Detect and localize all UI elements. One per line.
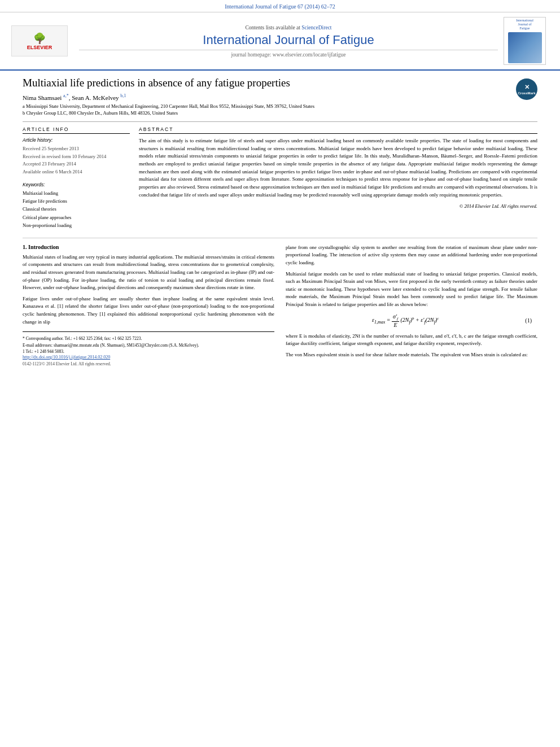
journal-title: International Journal of Fatigue [79, 33, 498, 47]
footnote-emails: E-mail addresses: shamsaei@me.msstate.ed… [23, 342, 274, 348]
header-divider [23, 121, 537, 122]
affiliation-a: a Mississippi State University, Departme… [23, 103, 537, 110]
copyright-notice: © 2014 Elsevier Ltd. All rights reserved… [139, 203, 537, 209]
intro-right-paragraph-3: where E is modulus of elasticity, 2Nf is… [286, 333, 537, 348]
intro-right-paragraph-2: Multiaxial fatigue models can be used to… [286, 270, 537, 309]
equation-1-text: ε1,max = σ'f E (2Nf)b + ε'f(2Nf)c [372, 317, 439, 323]
abstract-heading: ABSTRACT [139, 126, 537, 134]
authors-line: Nima Shamsaei a,*, Sean A. McKelvey b,1 [23, 94, 537, 102]
elsevier-wordmark: ELSEVIER [27, 45, 53, 50]
intro-right-text-2: where E is modulus of elasticity, 2Nf is… [286, 333, 537, 359]
journal-reference-text: International Journal of Fatigue 67 (201… [225, 3, 335, 10]
cover-image-box: InternationalJournal ofFatigue [504, 17, 546, 65]
crossmark-badge: ✕ CrossMark [516, 78, 537, 100]
intro-right-text: plane from one crystallographic slip sys… [286, 244, 537, 309]
article-info-column: ARTICLE INFO Article history: Received 2… [23, 126, 130, 230]
journal-cover-logo: InternationalJournal ofFatigue [504, 17, 549, 65]
keyword-item-2: Fatigue life predictions [23, 197, 130, 205]
intro-paragraph-1: Multiaxial states of loading are very ty… [23, 254, 274, 292]
intro-right-paragraph-1: plane from one crystallographic slip sys… [286, 244, 537, 267]
intro-section-title: 1. Introduction [23, 244, 274, 250]
section-divider [23, 238, 537, 238]
keyword-item-1: Multiaxial loading [23, 189, 130, 197]
journal-center-info: Contents lists available at ScienceDirec… [79, 25, 498, 58]
keyword-item-4: Critical plane approaches [23, 213, 130, 221]
keywords-label: Keywords: [23, 182, 130, 187]
intro-right-paragraph-4: The von Mises equivalent strain is used … [286, 351, 537, 359]
abstract-column: ABSTRACT The aim of this study is to est… [139, 126, 537, 230]
article-body: ✕ CrossMark Multiaxial life predictions … [0, 71, 560, 378]
abstract-text: The aim of this study is to estimate fat… [139, 137, 537, 199]
crossmark-area: ✕ CrossMark [516, 78, 537, 100]
intro-paragraph-2: Fatigue lives under out-of-phase loading… [23, 295, 274, 326]
footnote-corresponding: * Corresponding author. Tel.: +1 662 325… [23, 335, 274, 342]
article-title: Multiaxial life predictions in absence o… [23, 76, 537, 90]
cover-title-mini: InternationalJournal ofFatigue [516, 19, 533, 31]
elsevier-logo: 🌳 ELSEVIER [11, 25, 68, 56]
contents-line: Contents lists available at ScienceDirec… [79, 25, 498, 30]
body-content: 1. Introduction Multiaxial states of loa… [23, 244, 537, 366]
history-label: Article history: [23, 137, 130, 143]
authors-text: Nima Shamsaei a,*, Sean A. McKelvey b,1 [23, 94, 126, 101]
issn-line: 0142-1123/© 2014 Elsevier Ltd. All right… [23, 361, 274, 366]
equation-1-number: (1) [525, 317, 537, 324]
affiliation-b: b Chrysler Group LLC, 800 Chrysler Dr., … [23, 110, 537, 117]
keywords-section: Keywords: Multiaxial loading Fatigue lif… [23, 182, 130, 230]
accepted-date: Accepted 23 February 2014 [23, 160, 130, 168]
elsevier-logo-area: 🌳 ELSEVIER [11, 25, 73, 56]
received-revised-date: Received in revised form 10 February 201… [23, 153, 130, 161]
intro-body-text: Multiaxial states of loading are very ty… [23, 254, 274, 326]
journal-reference-bar: International Journal of Fatigue 67 (201… [0, 0, 560, 12]
footnote-tel1: 1 Tel.: +1 248 944 5083. [23, 348, 274, 355]
keyword-item-5: Non-proportional loading [23, 221, 130, 229]
journal-header: 🌳 ELSEVIER Contents lists available at S… [0, 12, 560, 71]
crossmark-label: CrossMark [518, 91, 535, 95]
footnote-area: * Corresponding author. Tel.: +1 662 325… [23, 331, 274, 366]
equation-1-area: ε1,max = σ'f E (2Nf)b + ε'f(2Nf)c (1) [286, 313, 537, 328]
sciencedirect-link[interactable]: ScienceDirect [301, 25, 331, 30]
available-online-date: Available online 6 March 2014 [23, 168, 130, 176]
article-info-abstract: ARTICLE INFO Article history: Received 2… [23, 126, 537, 230]
article-info-heading: ARTICLE INFO [23, 126, 130, 134]
homepage-line: journal homepage: www.elsevier.com/locat… [79, 50, 498, 58]
affiliations: a Mississippi State University, Departme… [23, 103, 537, 117]
body-left-column: 1. Introduction Multiaxial states of loa… [23, 244, 274, 366]
doi-link[interactable]: http://dx.doi.org/10.1016/j.ijfatigue.20… [23, 355, 274, 360]
body-right-column: plane from one crystallographic slip sys… [286, 244, 537, 366]
abstract-paragraph: The aim of this study is to estimate fat… [139, 137, 537, 199]
equation-1: ε1,max = σ'f E (2Nf)b + ε'f(2Nf)c [286, 313, 525, 328]
tree-icon: 🌳 [33, 32, 46, 45]
keyword-item-3: Classical theories [23, 205, 130, 213]
crossmark-icon: ✕ [524, 84, 530, 91]
cover-image-graphic [508, 32, 542, 63]
received-date: Received 25 September 2013 [23, 145, 130, 153]
